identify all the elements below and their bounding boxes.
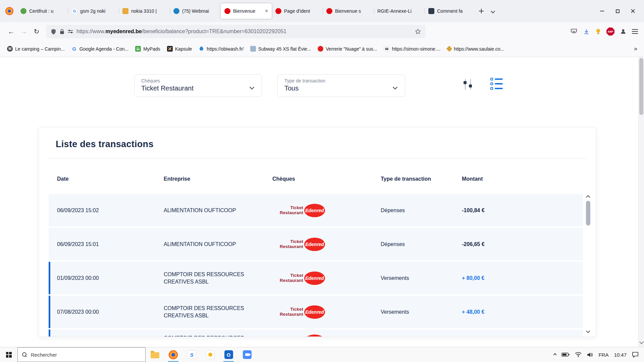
- scroll-up-icon[interactable]: [587, 194, 590, 200]
- maximize-button[interactable]: [610, 0, 625, 22]
- url-path: /beneficio/balance?product=TRE&number=63…: [142, 28, 286, 35]
- browser-nav-bar: ← → ↻ https://www.myedenred.be/beneficio…: [0, 22, 644, 41]
- tab-nokia[interactable]: nokia 3310 |: [119, 3, 170, 19]
- app-file-explorer[interactable]: [146, 347, 164, 362]
- table-row-partial: COMPTOIR DES RESSOURCES CREATIVES ASBL T…: [49, 329, 583, 337]
- bookmark-subway[interactable]: Subway 45 XS flat Évie...: [247, 44, 314, 54]
- battery-icon[interactable]: [561, 352, 570, 357]
- cell-cheques: TicketRestaurant Edenred: [272, 305, 381, 319]
- bookmark-label: Google Agenda - Con...: [79, 46, 128, 52]
- scrollbar-thumb[interactable]: [586, 201, 590, 226]
- bookmark-mypads[interactable]: MyPads: [132, 44, 163, 54]
- skype-icon: S: [187, 350, 196, 359]
- bookmark-saulaie[interactable]: https://www.saulaie.co...: [444, 44, 507, 54]
- minimize-icon: [600, 11, 604, 11]
- app-zoom[interactable]: [238, 347, 256, 362]
- cell-cheques: TicketRestaurant Edenred: [272, 335, 381, 337]
- tab-page-identification[interactable]: Page d'ident: [272, 3, 323, 19]
- notification-center-icon[interactable]: [632, 352, 639, 358]
- star-icon: [415, 28, 421, 35]
- app-outlook[interactable]: O: [219, 347, 238, 362]
- taskbar-search-input[interactable]: Rechercher: [17, 347, 146, 362]
- bookmark-google-agenda[interactable]: G Google Agenda - Con...: [68, 44, 131, 54]
- bookmark-simon-simone[interactable]: https://simon-simone....: [381, 44, 443, 54]
- clock[interactable]: 10:47: [614, 352, 627, 358]
- app-skype[interactable]: S: [182, 347, 201, 362]
- download-icon[interactable]: [583, 28, 590, 35]
- lightbulb-icon: [206, 350, 215, 359]
- table-row: 06/09/2023 15:01 ALIMENTATION OUFTICOOP …: [49, 228, 583, 260]
- tab-gsm-2g[interactable]: G gsm 2g noki: [68, 3, 119, 19]
- tab-rgie-annexe[interactable]: RGIE-Annexe-Li: [374, 3, 425, 19]
- bookmark-verrerie[interactable]: Verrerie "Nuage" à sus...: [315, 44, 380, 54]
- adblock-abp-icon[interactable]: ABP: [606, 27, 614, 36]
- start-button[interactable]: [0, 347, 17, 362]
- water-drop-icon: [199, 46, 204, 52]
- account-icon[interactable]: [620, 28, 627, 35]
- tab-label: Page d'ident: [284, 8, 310, 14]
- list-all-tabs-button[interactable]: [487, 5, 498, 17]
- pocket-icon[interactable]: [570, 28, 578, 35]
- cheques-dropdown[interactable]: Chèques Ticket Restaurant: [134, 74, 262, 97]
- hidden-icons-button[interactable]: [554, 354, 556, 356]
- notes-icon: [135, 46, 141, 52]
- app-notes[interactable]: [201, 347, 219, 362]
- tab-comment-faire[interactable]: Comment fa: [425, 3, 476, 19]
- reload-button[interactable]: ↻: [30, 25, 43, 38]
- permissions-icon[interactable]: [67, 29, 73, 34]
- chart-view-toggle-icon[interactable]: [460, 78, 476, 91]
- list-view-toggle-icon[interactable]: [490, 77, 505, 92]
- nav-right-icons: ABP: [570, 27, 639, 36]
- table-row: 07/08/2023 00:00 COMPTOIR DES RESSOURCES…: [49, 296, 583, 328]
- lightbulb-extension-icon[interactable]: [595, 28, 601, 35]
- bookmark-star-button[interactable]: [415, 28, 421, 35]
- cell-entreprise: ALIMENTATION OUFTICOOP: [164, 241, 259, 248]
- language-indicator[interactable]: FRA: [598, 352, 608, 358]
- tab-webmail[interactable]: (75) Webmai: [170, 3, 221, 19]
- cell-cheques: TicketRestaurant Edenred: [272, 204, 381, 217]
- url-bar[interactable]: https://www.myedenred.be/beneficio/balan…: [46, 25, 425, 38]
- tracking-shield-icon[interactable]: [50, 28, 57, 35]
- ticket-restaurant-edenred-logo: TicketRestaurant Edenred: [280, 204, 325, 217]
- desktop-screen: Certifruit : u G gsm 2g noki nokia 3310 …: [0, 0, 644, 362]
- scroll-down-icon[interactable]: [587, 328, 590, 334]
- forward-button[interactable]: →: [17, 25, 30, 38]
- wifi-icon[interactable]: [575, 352, 582, 357]
- dropdown-value: Tous: [284, 84, 398, 92]
- cell-entreprise: COMPTOIR DES RESSOURCES CREATIVES ASBL: [164, 335, 259, 337]
- tab-bienvenue-2[interactable]: Bienvenue s: [323, 3, 374, 19]
- lock-icon[interactable]: [60, 29, 64, 35]
- tab-close-icon[interactable]: ×: [265, 8, 268, 14]
- red-dot-icon: [318, 46, 323, 52]
- minimize-button[interactable]: [594, 0, 610, 22]
- speaker-icon[interactable]: [587, 352, 593, 357]
- tab-bienvenue-active[interactable]: Bienvenue ×: [221, 3, 272, 19]
- cell-date: 07/08/2023 00:00: [57, 309, 164, 315]
- ticket-restaurant-edenred-logo: TicketRestaurant Edenred: [280, 335, 325, 337]
- ticket-restaurant-edenred-logo: TicketRestaurant Edenred: [280, 305, 325, 319]
- back-button[interactable]: ←: [5, 25, 17, 38]
- firefox-icon[interactable]: [5, 7, 13, 15]
- app-firefox[interactable]: [164, 347, 182, 362]
- close-icon: [631, 9, 635, 13]
- menu-hamburger-icon[interactable]: [632, 29, 638, 34]
- tab-certifruit[interactable]: Certifruit : u: [17, 3, 68, 19]
- transactions-card: Liste des transactions Date Entreprise C…: [39, 127, 596, 337]
- table-body: 06/09/2023 15:02 ALIMENTATION OUFTICOOP …: [49, 194, 583, 337]
- bookmarks-overflow-button[interactable]: »: [631, 45, 640, 52]
- tab-label: Bienvenue: [233, 8, 255, 14]
- new-tab-button[interactable]: [476, 5, 487, 17]
- transaction-type-dropdown[interactable]: Type de transaction Tous: [277, 74, 405, 97]
- column-header-date: Date: [57, 176, 164, 182]
- close-window-button[interactable]: [625, 0, 641, 22]
- maximize-icon: [616, 9, 620, 13]
- bookmark-obiwash[interactable]: https://obiwash.fr/: [196, 44, 247, 54]
- scrollbar-thumb[interactable]: [639, 58, 643, 115]
- browser-scrollbar[interactable]: [638, 57, 644, 347]
- bookmark-kapsule[interactable]: Kapsule: [164, 44, 195, 54]
- tab-label: Certifruit : u: [29, 8, 53, 14]
- bookmark-le-camping[interactable]: W Le camping – Campin...: [4, 44, 68, 54]
- table-scrollbar[interactable]: [585, 192, 591, 337]
- search-icon: [22, 352, 27, 357]
- scroll-down-icon[interactable]: [640, 339, 643, 345]
